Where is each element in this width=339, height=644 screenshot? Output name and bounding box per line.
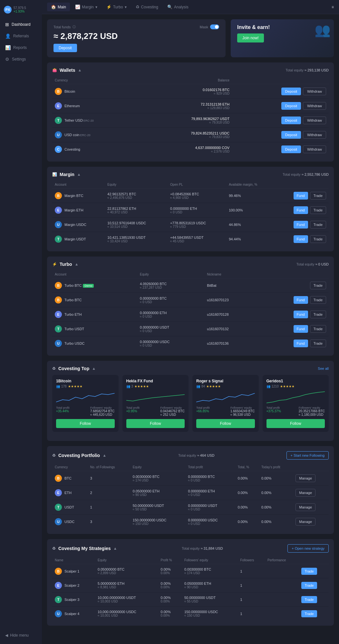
fund-btn-margin-usdt[interactable]: Fund — [294, 235, 308, 243]
margin-table: Account Equity Open PL Available margin,… — [52, 181, 329, 246]
turbo-trade-btn-turbo-usdt[interactable]: Trade — [310, 325, 326, 333]
sidebar-item-label-settings: Settings — [12, 57, 26, 61]
strategy-trade-btn-Scalper 2[interactable]: Trade — [301, 582, 317, 589]
open-strategy-button[interactable]: + Open new strategy — [287, 544, 329, 553]
turbo-account-cell: B Turbo BTC — [52, 293, 137, 307]
cov-card-name-geridos1: Geridos1 — [266, 379, 325, 383]
see-all-link[interactable]: See all — [318, 367, 329, 370]
strategy-followers-Scalper 3: 1 — [237, 593, 265, 607]
trade-btn-margin-usdt[interactable]: Trade — [310, 235, 326, 243]
deposit-btn-bitcoin[interactable]: Deposit — [281, 88, 301, 95]
follow-btn-heklafx[interactable]: Follow — [126, 419, 185, 428]
wallet-row-tether: T Tether USDERC-20 79,893.96362627 USDT … — [52, 113, 329, 128]
turbo-account-cell: B Turbo BTCDemo — [52, 278, 137, 293]
manage-btn-ETH[interactable]: Manage — [295, 489, 315, 497]
total-profit-val-heklafx: +0.95% — [126, 409, 140, 413]
strategy-trade-btn-Scalper 4[interactable]: Trade — [301, 610, 317, 617]
portfolio-followings-BTC: 3 — [88, 471, 130, 486]
manage-btn-USDT[interactable]: Manage — [295, 503, 315, 511]
deposit-btn-ethereum[interactable]: Deposit — [281, 102, 301, 110]
margin-avail-margin-usdc: 44.86% — [226, 218, 274, 232]
withdraw-btn-usdcoin[interactable]: Withdraw — [303, 131, 326, 139]
deposit-btn-usdcoin[interactable]: Deposit — [281, 131, 301, 139]
fund-btn-margin-btc[interactable]: Fund — [294, 192, 308, 200]
trade-btn-margin-usdc[interactable]: Trade — [310, 221, 326, 229]
trade-btn-margin-eth[interactable]: Trade — [310, 206, 326, 214]
cov-card-name-heklafx: Hekla FX Fund — [126, 379, 185, 383]
top-row: Total funds ⓘ Mask ≈ 2,878,272 USD Depos… — [47, 19, 334, 57]
deposit-btn-tether[interactable]: Deposit — [281, 117, 301, 124]
turbo-name-turbo-usdc: Turbo USDC — [64, 341, 85, 345]
turbo-trade-btn-turbo-btc-demo[interactable]: Trade — [310, 282, 326, 289]
turbo-fund-btn-turbo-usdc[interactable]: Fund — [294, 340, 308, 347]
portfolio-total-pct-ETH: 0.00% — [235, 486, 259, 500]
withdraw-btn-covesting[interactable]: Withdraw — [303, 145, 326, 153]
covesting-strategies-collapse-icon[interactable]: ▲ — [113, 546, 117, 551]
turbo-collapse-icon[interactable]: ▲ — [75, 262, 79, 266]
join-now-button[interactable]: Join now! — [237, 33, 264, 42]
topnav-main[interactable]: 🏠 Main — [47, 3, 70, 11]
mask-toggle-switch[interactable] — [210, 24, 219, 29]
margin-account-cell: T Margin USDT — [52, 232, 105, 247]
cov-stats-1bitcoin: Total profit +35.44% Followers' equity 7… — [56, 406, 115, 416]
start-following-button[interactable]: + Start new Following — [286, 451, 329, 460]
turbo-fund-btn-turbo-eth[interactable]: Fund — [294, 311, 308, 318]
covesting-top-collapse-icon[interactable]: ▲ — [92, 366, 96, 371]
withdraw-btn-tether[interactable]: Withdraw — [303, 117, 326, 124]
portfolio-profit-USDT: 0.00000000 USDT ≈ 0 USD — [185, 500, 235, 515]
topnav-margin[interactable]: 📈 Margin ▾ — [71, 3, 101, 11]
covesting-portfolio-section: ♻ Covesting Portfolio ▲ Total equity ≈ 4… — [47, 446, 334, 534]
turbo-fund-btn-turbo-btc[interactable]: Fund — [294, 296, 308, 304]
info-icon: ⓘ — [73, 25, 76, 29]
topnav-menu-icon[interactable]: ≡ — [332, 5, 334, 9]
covesting-nav-icon: ♻ — [136, 5, 140, 9]
turbo-trade-btn-turbo-eth[interactable]: Trade — [310, 311, 326, 318]
turbo-equity-turbo-btc: 0.00000000 BTC ≈ 0 USD — [137, 293, 204, 307]
withdraw-btn-ethereum[interactable]: Withdraw — [303, 102, 326, 110]
sidebar-item-referrals[interactable]: 👤 Referrals — [0, 30, 42, 42]
fund-btn-margin-eth[interactable]: Fund — [294, 206, 308, 214]
fund-btn-margin-usdc[interactable]: Fund — [294, 221, 308, 229]
sidebar-item-settings[interactable]: ⚙ Settings — [0, 53, 42, 65]
topnav-turbo[interactable]: ⚡ Turbo ▾ — [102, 3, 131, 11]
turbo-equity-val: ≈ 0 USD — [315, 262, 329, 266]
margin-pl-margin-usdc: +778.80531619 USDC ≈ 779 USD — [168, 218, 226, 232]
sidebar-item-dashboard[interactable]: ⊞ Dashboard — [0, 19, 42, 30]
hide-menu-button[interactable]: ◀ Hide menu — [0, 630, 42, 641]
wallets-section: 👛 Wallets ▲ Total equity ≈ 293,138 USD C… — [47, 62, 334, 162]
follow-btn-roger[interactable]: Follow — [196, 419, 255, 428]
strategy-trade-btn-Scalper 1[interactable]: Trade — [301, 568, 317, 575]
topnav-analysis[interactable]: 🔍 Analysis — [163, 3, 192, 11]
wallet-name-bitcoin: Bitcoin — [64, 89, 75, 93]
margin-collapse-icon[interactable]: ▲ — [77, 172, 81, 177]
turbo-trade-btn-turbo-usdc[interactable]: Trade — [310, 340, 326, 347]
settings-icon: ⚙ — [5, 57, 9, 62]
deposit-btn-covesting[interactable]: Deposit — [281, 145, 301, 153]
withdraw-btn-bitcoin[interactable]: Withdraw — [303, 88, 326, 95]
wallet-currency-cell: B Bitcoin — [52, 84, 138, 99]
turbo-equity: Total equity ≈ 0 USD — [296, 262, 329, 266]
turbo-fund-btn-turbo-usdt[interactable]: Fund — [294, 325, 308, 333]
sidebar-item-reports[interactable]: 📊 Reports — [0, 42, 42, 53]
total-profit-val-geridos1: +375.37% — [266, 409, 281, 413]
strategy-performance-Scalper 4 — [265, 607, 299, 621]
wallets-collapse-icon[interactable]: ▲ — [78, 68, 82, 72]
covesting-portfolio-collapse-icon[interactable]: ▲ — [102, 453, 106, 458]
strategy-row-Scalper 1: B Scalper 1 0.05000000 BTC ≈ 2,899 USD 0… — [52, 564, 329, 578]
dashboard-icon: ⊞ — [5, 22, 9, 27]
main-deposit-button[interactable]: Deposit — [53, 44, 77, 52]
trade-btn-margin-btc[interactable]: Trade — [310, 192, 326, 200]
margin-section: 📊 Margin ▲ Total equity ≈ 2,552,786 USD … — [47, 167, 334, 251]
invite-icon: 👥 — [315, 23, 331, 38]
strategy-trade-btn-Scalper 3[interactable]: Trade — [301, 596, 317, 603]
follow-btn-1bitcoin[interactable]: Follow — [56, 419, 115, 428]
turbo-col-account: Account — [52, 271, 137, 278]
turbo-trade-btn-turbo-btc[interactable]: Trade — [310, 296, 326, 304]
manage-btn-USDC[interactable]: Manage — [295, 518, 315, 526]
manage-btn-BTC[interactable]: Manage — [295, 474, 315, 482]
followers-equity-val-roger: 1.66504249 BTC — [230, 409, 255, 413]
wallets-col-currency: Currency — [52, 77, 138, 84]
follow-btn-geridos1[interactable]: Follow — [266, 419, 325, 428]
covesting-top-icon: ♻ — [52, 366, 56, 371]
topnav-covesting[interactable]: ♻ Covesting — [132, 3, 162, 11]
